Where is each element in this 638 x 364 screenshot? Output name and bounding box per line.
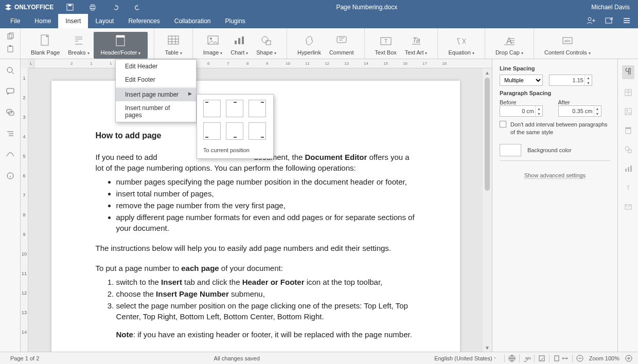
equation-button[interactable]: Equation (444, 32, 478, 59)
paragraph-settings-icon[interactable] (622, 65, 634, 79)
fit-page-icon[interactable] (553, 354, 561, 362)
menu-insert-number-of-pages[interactable]: Insert number of pages (116, 101, 196, 122)
chevron-right-icon: ▶ (188, 91, 192, 96)
header-footer-button[interactable]: Header/Footer (94, 32, 148, 59)
track-changes-icon[interactable] (538, 354, 546, 362)
svg-point-39 (625, 147, 629, 151)
save-icon[interactable] (66, 3, 74, 11)
position-bottom-right[interactable] (249, 122, 266, 140)
to-current-position[interactable]: To current position (203, 147, 267, 153)
chat-icon[interactable] (6, 108, 14, 118)
undo-icon[interactable] (111, 3, 119, 11)
tab-references[interactable]: References (121, 14, 167, 28)
comment-button[interactable]: Comment (325, 32, 358, 59)
print-icon[interactable] (88, 3, 97, 11)
position-top-center[interactable] (226, 100, 243, 117)
chart-button[interactable]: Chart (226, 32, 252, 59)
drop-cap-button[interactable]: A Drop Cap (491, 32, 527, 59)
spacing-after[interactable]: 0.35 cm▲▼ (558, 105, 601, 117)
content-controls-button[interactable]: abc Content Controls (540, 32, 595, 59)
copy-icon[interactable] (6, 32, 14, 42)
navigation-icon[interactable] (6, 130, 14, 139)
tab-home[interactable]: Home (27, 14, 58, 28)
doc-heading: How to add page (96, 131, 162, 140)
position-bottom-center[interactable] (226, 122, 243, 140)
about-icon[interactable] (6, 172, 14, 181)
statusbar: Page 1 of 2 All changes saved English (U… (0, 352, 638, 364)
doclang-icon[interactable] (508, 354, 516, 362)
svg-rect-3 (91, 5, 94, 6)
svg-text:abc: abc (525, 356, 531, 360)
spellcheck-icon[interactable]: abc (523, 354, 531, 362)
titlebar: ONLYOFFICE Page Numbering.docx Michael D… (0, 0, 638, 14)
menu-edit-header[interactable]: Edit Header (116, 60, 196, 73)
line-spacing-value[interactable]: 1.15▲▼ (549, 75, 592, 86)
image-settings-icon[interactable] (624, 107, 632, 117)
feedback-icon[interactable] (6, 151, 14, 160)
ribbon: Blank Page Breaks Header/Footer Table Im… (0, 28, 638, 59)
hyperlink-button[interactable]: Hyperlink (293, 32, 325, 59)
svg-text:T: T (384, 39, 387, 44)
comments-icon[interactable] (6, 87, 14, 97)
tab-plugins[interactable]: Plugins (218, 14, 253, 28)
mail-merge-icon[interactable] (624, 203, 632, 212)
tab-insert[interactable]: Insert (58, 14, 88, 28)
status-zoom[interactable]: Zoom 100% (584, 355, 625, 361)
zoom-out-icon[interactable] (576, 354, 584, 362)
document-title: Page Numbering.docx (142, 4, 591, 11)
fit-width-icon[interactable] (561, 354, 569, 362)
status-page[interactable]: Page 1 of 2 (5, 355, 44, 361)
header-footer-settings-icon[interactable] (624, 126, 632, 136)
background-color-swatch[interactable] (500, 144, 521, 156)
svg-rect-9 (8, 46, 13, 52)
tab-layout[interactable]: Layout (88, 14, 121, 28)
add-user-icon[interactable] (587, 17, 596, 26)
text-box-button[interactable]: T Text Box (371, 32, 401, 59)
svg-text:T: T (626, 185, 629, 191)
svg-point-36 (626, 110, 628, 112)
user-name[interactable]: Michael Davis (591, 4, 630, 11)
advanced-settings-link[interactable]: Show advanced settings (524, 172, 586, 179)
svg-rect-42 (628, 167, 629, 172)
right-panel: Line Spacing Multiple 1.15▲▼ Paragraph S… (492, 59, 617, 352)
vertical-scrollbar[interactable]: ▲ ▼ (483, 68, 492, 352)
redo-icon[interactable] (134, 3, 142, 11)
position-bottom-left[interactable] (203, 122, 221, 140)
menu-edit-footer[interactable]: Edit Footer (116, 73, 196, 86)
zoom-in-icon[interactable] (625, 354, 633, 362)
paste-icon[interactable] (6, 45, 14, 54)
text-art-button[interactable]: Ta Text Art (401, 32, 432, 59)
svg-rect-43 (630, 166, 632, 172)
breaks-button[interactable]: Breaks (64, 32, 93, 59)
table-button[interactable]: Table (161, 32, 186, 59)
line-spacing-mode[interactable]: Multiple (500, 75, 543, 86)
svg-rect-1 (68, 4, 72, 6)
dont-add-interval-checkbox[interactable] (500, 121, 506, 128)
image-button[interactable]: Image (199, 32, 227, 59)
vertical-ruler[interactable]: 1234567891011121314 (21, 68, 28, 352)
hamburger-icon[interactable] (623, 17, 631, 26)
tab-collaboration[interactable]: Collaboration (167, 14, 218, 28)
position-top-right[interactable] (249, 100, 266, 117)
svg-rect-10 (9, 45, 11, 47)
svg-rect-41 (625, 169, 627, 172)
tab-file[interactable]: File (3, 14, 27, 28)
shape-button[interactable]: Shape (252, 32, 280, 59)
blank-page-button[interactable]: Blank Page (27, 32, 64, 59)
position-top-left[interactable] (203, 100, 221, 117)
svg-rect-38 (626, 128, 631, 129)
app-name: ONLYOFFICE (14, 4, 54, 11)
menu-insert-page-number[interactable]: Insert page number ▶ (116, 88, 196, 101)
horizontal-ruler[interactable]: L 21123456789101112131415161718 (28, 59, 492, 68)
table-settings-icon[interactable] (624, 88, 632, 98)
text-art-settings-icon[interactable]: T (624, 184, 632, 193)
spacing-before[interactable]: 0 cm▲▼ (500, 105, 543, 117)
shape-settings-icon[interactable] (624, 145, 632, 155)
svg-rect-19 (242, 37, 244, 44)
left-toolbar (0, 59, 21, 352)
open-location-icon[interactable] (605, 17, 613, 26)
chart-settings-icon[interactable] (624, 165, 632, 174)
status-language[interactable]: English (United States) ˄ (429, 355, 501, 361)
search-icon[interactable] (6, 66, 14, 76)
svg-text:abc: abc (564, 39, 571, 43)
